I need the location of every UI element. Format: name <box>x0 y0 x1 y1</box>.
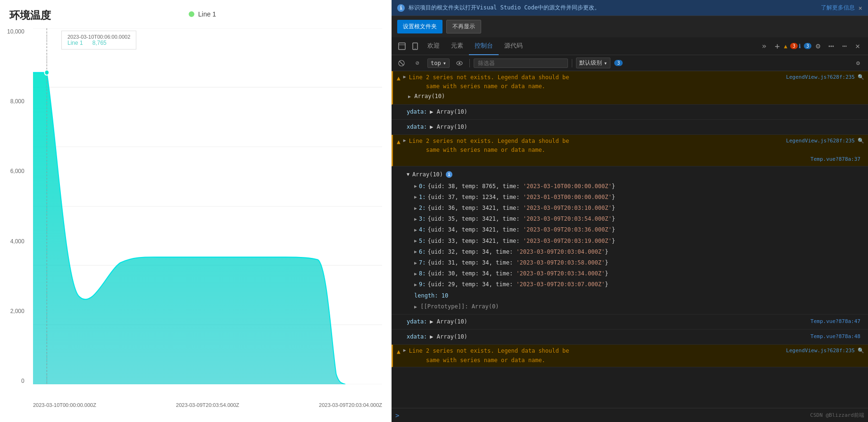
tab-console[interactable]: 控制台 <box>469 37 499 55</box>
badge-group: ▲ 3 ℹ 3 <box>784 43 811 50</box>
level-badge: 3 <box>614 60 623 66</box>
info-banner-close[interactable]: × <box>859 4 862 12</box>
level-selector[interactable]: 默认级别 ▾ <box>576 58 610 68</box>
clear-console-button[interactable] <box>395 57 408 69</box>
console-settings-button[interactable]: ⚙ <box>852 57 864 69</box>
info-icon: i <box>397 4 405 12</box>
svg-point-15 <box>831 45 832 47</box>
chart-panel: 环境温度 Line 1 10,000 8,000 6,000 4,000 2,0… <box>0 0 392 422</box>
chart-legend: Line 1 <box>189 10 216 18</box>
console-footer: > CSDN @Blizzard前端 <box>392 408 868 422</box>
info-learn-more-link[interactable]: 了解更多信息 <box>821 4 855 12</box>
info-banner-right: 了解更多信息 × <box>821 4 862 12</box>
array-item-5: ▶ 5: {uid: 33, temp: 3421, time: '2023-0… <box>392 236 868 247</box>
log-entry-ydata-2: ydata: ▶ Array(10) Temp.vue?878a:47 <box>392 314 868 330</box>
svg-point-9 <box>44 70 49 75</box>
warning-icon-2: ▲ <box>397 137 401 147</box>
tab-sources[interactable]: 源代码 <box>499 37 528 55</box>
log-entry-warning-3: ▲ ▶ Line 2 series not exists. Legend dat… <box>392 345 868 367</box>
add-tab-button[interactable]: + <box>771 40 784 53</box>
chart-area: 2023-03-10T00:06:00.0002 Line 1 8,765 <box>33 28 382 384</box>
array-line-1: ▶ Array(10) <box>397 91 864 102</box>
svg-line-18 <box>400 61 403 65</box>
legend-link-1[interactable]: LegendView.js?628f:235 <box>786 73 855 82</box>
block-icon[interactable]: ⊘ <box>411 57 424 69</box>
legend-label: Line 1 <box>198 10 216 18</box>
warning-text-3: Line 2 series not exists. Legend data sh… <box>409 347 569 364</box>
info-banner-left: i 标识项目的根文件夹以打开Visual Studio Code中的源文件并同步… <box>397 4 600 12</box>
expand-arrow-3[interactable]: ▶ <box>403 347 406 354</box>
log-entry-warning-1: ▲ ▶ Line 2 series not exists. Legend dat… <box>392 71 868 105</box>
array-item-9: ▶ 9: {uid: 29, temp: 34, time: '2023-03-… <box>392 279 868 290</box>
array-item-2: ▶ 2: {uid: 36, temp: 3421, time: '2023-0… <box>392 203 868 214</box>
context-selector[interactable]: top ▾ <box>427 58 450 68</box>
info-banner-text: 标识项目的根文件夹以打开Visual Studio Code中的源文件并同步更改… <box>409 4 600 12</box>
legend-link-3[interactable]: LegendView.js?628f:235 <box>786 347 855 355</box>
tab-welcome[interactable]: 欢迎 <box>422 37 445 55</box>
settings-button[interactable]: ⚙ <box>811 40 825 53</box>
temp-vue-link-2[interactable]: Temp.vue?878a:47 <box>810 317 860 326</box>
array-info-badge: i <box>446 171 452 178</box>
array-item-4: ▶ 4: {uid: 34, temp: 3421, time: '2023-0… <box>392 224 868 235</box>
console-content[interactable]: ▲ ▶ Line 2 series not exists. Legend dat… <box>392 71 868 408</box>
footer-credit: CSDN @Blizzard前端 <box>810 412 864 419</box>
set-root-folder-button[interactable]: 设置根文件夹 <box>397 20 442 33</box>
array-item-6: ▶ 6: {uid: 32, temp: 34, time: '2023-03-… <box>392 247 868 257</box>
search-icon-1[interactable]: 🔍 <box>858 73 864 82</box>
log-entry-warning-2: ▲ ▶ Line 2 series not exists. Legend dat… <box>392 135 868 166</box>
array-proto: ▶ [[Prototype]]: Array(0) <box>392 301 868 312</box>
array-item-8: ▶ 8: {uid: 30, temp: 34, time: '2023-03-… <box>392 268 868 279</box>
action-bar: 设置根文件夹 不再显示 <box>392 16 868 37</box>
svg-point-13 <box>415 48 416 49</box>
device-icon[interactable] <box>409 40 422 53</box>
dock-button[interactable] <box>825 40 838 53</box>
warning-icon-3: ▲ <box>397 347 401 357</box>
log-entry-xdata-1: xdata: ▶ Array(10) <box>392 120 868 135</box>
svg-point-16 <box>833 45 834 47</box>
x-axis: 2023-03-10T00:00:00.000Z 2023-03-09T20:0… <box>33 402 382 408</box>
warning-icon-1: ▲ <box>397 74 401 83</box>
filter-input[interactable] <box>474 58 568 68</box>
info-badge: 3 <box>804 43 811 49</box>
close-devtools-button[interactable]: ✕ <box>851 40 864 53</box>
info-banner: i 标识项目的根文件夹以打开Visual Studio Code中的源文件并同步… <box>392 0 868 16</box>
log-entry-ydata-1: ydata: ▶ Array(10) <box>392 105 868 120</box>
toolbar-divider-2 <box>572 59 572 67</box>
more-tabs-button[interactable]: » <box>758 40 771 53</box>
svg-point-14 <box>829 45 830 47</box>
console-input[interactable] <box>403 412 810 419</box>
chart-svg <box>33 28 382 384</box>
array-item-3: ▶ 3: {uid: 35, temp: 3421, time: '2023-0… <box>392 214 868 224</box>
array-item-0: ▶ 0: {uid: 38, temp: 8765, time: '2023-0… <box>392 181 868 192</box>
console-toolbar: ⊘ top ▾ 默认级别 ▾ 3 ⚙ <box>392 55 868 71</box>
log-entry-xdata-2: xdata: ▶ Array(10) Temp.vue?878a:48 <box>392 330 868 345</box>
more-options-button[interactable]: ⋯ <box>838 40 851 53</box>
log-entry-array-expanded: ▼ Array(10) i ▶ 0: {uid: 38, temp: 8765,… <box>392 166 868 314</box>
devtools-tabs: 欢迎 元素 控制台 源代码 » + ▲ 3 ℹ 3 ⚙ ⋯ ✕ <box>392 37 868 55</box>
array-item-1: ▶ 1: {uid: 37, temp: 1234, time: '2023-0… <box>392 192 868 203</box>
svg-point-20 <box>459 62 460 64</box>
toolbar-divider <box>469 59 470 67</box>
warning-text-1: Line 2 series not exists. Legend data sh… <box>409 73 569 91</box>
search-icon-3[interactable]: 🔍 <box>858 347 864 355</box>
inspect-icon[interactable] <box>395 40 409 53</box>
tab-elements[interactable]: 元素 <box>445 37 469 55</box>
array-length: length: 10 <box>392 290 868 301</box>
array-item-7: ▶ 7: {uid: 31, temp: 34, time: '2023-03-… <box>392 257 868 268</box>
warning-text-2: Line 2 series not exists. Legend data sh… <box>409 137 569 155</box>
search-icon-2[interactable]: 🔍 <box>858 137 864 145</box>
temp-vue-link-3[interactable]: Temp.vue?878a:48 <box>810 332 860 341</box>
dismiss-button[interactable]: 不再显示 <box>446 20 481 33</box>
warning-badge: 3 <box>790 43 798 49</box>
legend-dot <box>189 11 194 17</box>
console-prompt: > <box>395 412 399 419</box>
legend-link-2[interactable]: LegendView.js?628f:235 <box>786 137 855 145</box>
y-axis: 10,000 8,000 6,000 4,000 2,000 0 <box>7 28 25 384</box>
expand-arrow-2[interactable]: ▶ <box>403 137 406 144</box>
expand-arrow-1[interactable]: ▶ <box>403 73 406 81</box>
chart-title: 环境温度 <box>9 8 51 23</box>
temp-vue-link-1[interactable]: Temp.vue?878a:37 <box>810 156 860 162</box>
devtools-panel: i 标识项目的根文件夹以打开Visual Studio Code中的源文件并同步… <box>392 0 868 422</box>
svg-rect-10 <box>399 43 405 50</box>
eye-icon[interactable] <box>453 57 466 69</box>
